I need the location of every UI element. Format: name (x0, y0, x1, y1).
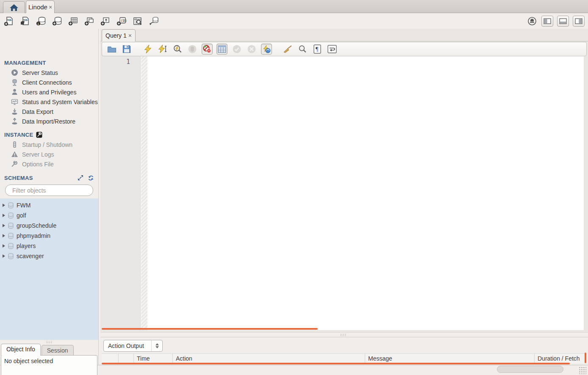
schema-item-phpmyadmin[interactable]: phpmyadmin (0, 231, 98, 241)
open-file-icon[interactable] (106, 44, 117, 55)
output-splitter[interactable] (100, 332, 588, 337)
sidebar-item-options-file[interactable]: Options File (0, 159, 98, 169)
output-splitter-grip[interactable] (340, 334, 347, 336)
tab-query-1[interactable]: Query 1 × (102, 29, 136, 41)
mysql-workbench-window: Linode × SQL SQL i (0, 0, 588, 375)
wrap-text-icon[interactable] (327, 44, 338, 55)
monitor-icon (11, 98, 18, 105)
expander-icon[interactable] (3, 214, 5, 217)
sidebar-item-server-status[interactable]: Server Status (0, 68, 98, 77)
create-schema-icon[interactable] (52, 16, 63, 26)
schema-icon (8, 202, 14, 209)
schema-item-groupschedule[interactable]: groupSchedule (0, 221, 98, 231)
sidebar-item-client-connections[interactable]: Client Connections (0, 77, 98, 87)
stop-icon[interactable] (187, 44, 198, 55)
instance-title: INSTANCE (4, 132, 33, 138)
column-header-message[interactable]: Message (365, 354, 535, 363)
instance-list: Startup / Shutdown Server Logs Options F… (0, 140, 98, 169)
open-sql-script-icon[interactable]: SQL (19, 16, 31, 26)
create-view-icon[interactable] (84, 16, 95, 26)
bottom-scrollbar-thumb[interactable] (497, 366, 563, 373)
execute-icon[interactable] (142, 44, 153, 55)
expander-icon[interactable] (3, 224, 5, 227)
sidebar-splitter-grip[interactable] (46, 341, 53, 344)
expander-icon[interactable] (3, 234, 5, 237)
connection-tab-linode[interactable]: Linode × (26, 0, 55, 13)
schema-filter (5, 185, 93, 196)
save-icon[interactable] (121, 44, 132, 55)
toggle-right-panel-icon[interactable] (573, 16, 585, 27)
svg-text:SQL: SQL (7, 19, 12, 21)
expander-icon[interactable] (3, 244, 5, 248)
sidebar-item-label: Data Export (22, 108, 53, 115)
home-tab[interactable] (3, 1, 25, 13)
column-header-action[interactable]: Action (173, 354, 365, 363)
schema-item-golf[interactable]: golf (0, 210, 98, 221)
create-table-icon[interactable] (68, 16, 79, 26)
explain-icon[interactable] (172, 44, 183, 55)
sidebar-item-data-export[interactable]: Data Export (0, 107, 98, 116)
sql-editor-textarea[interactable] (147, 56, 584, 330)
tab-session[interactable]: Session (42, 345, 74, 356)
find-icon[interactable] (297, 44, 308, 55)
schema-name: phpmyadmin (17, 232, 50, 239)
limit-rows-icon[interactable] (216, 44, 227, 55)
home-icon (9, 4, 19, 11)
schema-tree: FWM golf groupSchedule phpmyadmin player (0, 199, 98, 340)
expander-icon[interactable] (3, 204, 5, 207)
schema-inspector-icon[interactable]: i (36, 16, 47, 26)
toggle-bottom-panel-icon[interactable] (557, 16, 569, 27)
column-header-index-col[interactable] (119, 354, 134, 363)
connection-tab-label: Linode (28, 3, 47, 11)
info-tab-strip: Object Info Session (1, 344, 74, 356)
toggle-stop-on-error-icon[interactable] (202, 44, 213, 55)
refresh-schemas-icon[interactable] (87, 174, 94, 181)
sidebar: MANAGEMENT Server Status Client Connecti… (0, 29, 98, 365)
sidebar-item-server-logs[interactable]: Server Logs (0, 149, 98, 159)
window-resize-grip[interactable] (579, 367, 586, 374)
column-header-duration[interactable]: Duration / Fetch (535, 354, 587, 363)
rollback-icon[interactable] (246, 44, 257, 55)
stepper-up-icon (155, 343, 159, 345)
filter-objects-input[interactable] (12, 187, 89, 194)
beautify-icon[interactable] (282, 44, 293, 55)
svg-text:¶: ¶ (316, 46, 319, 52)
expand-schemas-icon[interactable] (77, 174, 84, 181)
editor-horizontal-scrollbar[interactable] (102, 328, 318, 330)
output-selector[interactable]: Action Output (103, 340, 163, 352)
execute-current-icon[interactable] (157, 44, 168, 55)
commit-icon[interactable] (231, 44, 242, 55)
column-header-icon-col[interactable] (102, 354, 119, 363)
schema-item-players[interactable]: players (0, 241, 98, 251)
connection-tab-bar: Linode × (0, 0, 588, 13)
sidebar-item-status-system-variables[interactable]: Status and System Variables (0, 97, 98, 107)
schema-item-fwm[interactable]: FWM (0, 200, 98, 210)
sidebar-item-data-import[interactable]: Data Import/Restore (0, 116, 98, 126)
svg-text:i: i (38, 22, 39, 25)
toggle-autocommit-icon[interactable] (261, 44, 272, 55)
create-procedure-icon[interactable] (100, 16, 111, 26)
new-sql-tab-icon[interactable]: SQL (3, 16, 14, 26)
toggle-left-panel-icon[interactable] (541, 16, 553, 27)
output-horizontal-scrollbar[interactable] (102, 363, 570, 364)
close-icon[interactable]: × (49, 4, 52, 10)
sidebar-item-startup-shutdown[interactable]: Startup / Shutdown (0, 140, 98, 149)
expander-icon[interactable] (3, 254, 5, 258)
column-header-time[interactable]: Time (134, 354, 173, 363)
output-vertical-scrollbar[interactable] (585, 353, 586, 363)
sidebar-item-users-privileges[interactable]: Users and Privileges (0, 87, 98, 97)
import-upload-icon (11, 118, 18, 125)
search-table-data-icon[interactable] (132, 16, 143, 26)
management-title: MANAGEMENT (4, 60, 46, 66)
create-function-icon[interactable]: {0} (116, 16, 127, 26)
schema-icon (8, 233, 14, 239)
show-invisibles-icon[interactable]: ¶ (312, 44, 323, 55)
close-icon[interactable]: × (128, 33, 132, 39)
tab-object-info[interactable]: Object Info (1, 344, 41, 356)
output-panel: Action Output Time Action Message Durati… (100, 337, 588, 365)
schema-item-scavenger[interactable]: scavenger (0, 251, 98, 261)
stepper-icon[interactable] (151, 340, 162, 351)
line-number: 1 (126, 58, 130, 66)
notifications-icon[interactable] (527, 16, 538, 26)
reconnect-dbms-icon[interactable] (148, 16, 159, 26)
